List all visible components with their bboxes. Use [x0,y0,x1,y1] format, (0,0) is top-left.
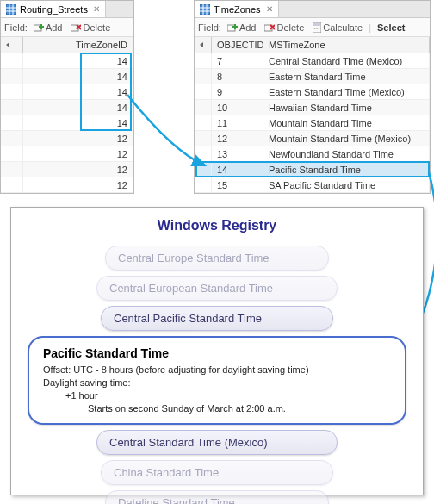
table-row[interactable]: 14 [1,115,133,131]
delete-icon [71,22,81,33]
cell-timezoneid: 12 [23,131,133,146]
registry-entry: Central Standard Time (Mexico) [96,430,338,455]
cell-objectid: 10 [212,100,264,115]
table-row[interactable]: 7Central Standard Time (Mexico) [195,53,430,69]
add-label: Add [239,22,257,33]
delete-icon [264,22,275,33]
cell-mstimezone: Mountain Standard Time [264,115,430,130]
column-objectid[interactable]: OBJECTID [212,37,264,53]
cell-timezoneid: 14 [23,69,133,84]
table-icon [200,4,210,15]
cell-mstimezone: Pacific Standard Time [264,162,430,177]
svg-rect-11 [200,4,210,15]
row-handle[interactable] [195,84,212,99]
tab-timezones[interactable]: TimeZones ✕ [195,1,279,17]
table-row[interactable]: 15SA Pacific Standard Time [195,177,430,193]
tz-dst-start: Starts on second Sunday of March at 2:00… [43,402,391,415]
registry-entry: Central Pacific Standard Time [101,306,333,331]
row-handle[interactable] [195,146,212,161]
expand-column[interactable] [195,37,212,53]
tz-dst-offset: +1 hour [43,389,391,402]
row-handle[interactable] [1,84,23,99]
row-handle[interactable] [195,115,212,130]
row-handle[interactable] [195,100,212,115]
tab-label: TimeZones [214,4,261,15]
windows-registry-panel: Windows Registry Central Europe Standard… [10,207,424,495]
delete-button[interactable]: Delete [262,22,307,34]
registry-entry: China Standard Time [101,460,333,485]
table-row[interactable]: 14 [1,84,133,100]
chevron-left-icon [200,42,203,47]
cell-objectid: 8 [212,69,264,84]
row-handle[interactable] [195,69,212,84]
add-icon [34,22,44,33]
tz-name: Pacific Standard Time [43,346,391,360]
column-header-row: TimeZoneID [1,37,133,53]
svg-point-24 [314,28,316,29]
field-label: Field: [198,22,221,33]
cell-timezoneid: 12 [23,146,133,161]
table-row[interactable]: 12 [1,177,133,193]
svg-rect-23 [313,23,320,26]
delete-label: Delete [83,22,110,33]
add-label: Add [46,22,63,33]
row-handle[interactable] [195,131,212,146]
row-handle[interactable] [1,69,23,84]
cell-objectid: 9 [212,84,264,99]
row-handle[interactable] [195,177,212,192]
table-row[interactable]: 14 [1,69,133,84]
cell-timezoneid: 14 [23,53,133,68]
row-handle[interactable] [1,131,23,146]
column-header-row: OBJECTID MSTimeZone [195,37,430,53]
table-row[interactable]: 10Hawaiian Standard Time [195,100,430,115]
row-handle[interactable] [195,53,212,68]
registry-entry: Central Europe Standard Time [105,246,329,271]
close-icon[interactable]: ✕ [93,4,100,14]
cell-mstimezone: Eastern Standard Time (Mexico) [264,84,430,99]
expand-column[interactable] [1,37,23,53]
calculate-button[interactable]: Calculate [310,22,365,34]
select-label: Select [377,22,405,33]
registry-entry: Dateline Standard Time [105,490,329,504]
close-icon[interactable]: ✕ [266,4,273,14]
row-handle[interactable] [1,53,23,68]
routing-streets-table: Routing_Streets ✕ Field: Add Delete Time… [0,0,134,194]
cell-mstimezone: Mountain Standard Time (Mexico) [264,131,430,146]
row-handle[interactable] [1,115,23,130]
registry-entry-expanded: Pacific Standard Time Offset: UTC - 8 ho… [28,336,406,425]
toolbar: Field: Add Delete Calculate | Select [195,18,430,37]
svg-point-26 [319,28,320,29]
cell-timezoneid: 14 [23,84,133,99]
table-row[interactable]: 14 [1,100,133,115]
column-mstimezone[interactable]: MSTimeZone [264,37,430,53]
table-row[interactable]: 12 [1,146,133,162]
table-row[interactable]: 9Eastern Standard Time (Mexico) [195,84,430,100]
add-button[interactable]: Add [31,22,65,34]
tab-bar: Routing_Streets ✕ [1,1,133,18]
table-row[interactable]: 12 [1,162,133,177]
cell-mstimezone: Hawaiian Standard Time [264,100,430,115]
cell-mstimezone: Central Standard Time (Mexico) [264,53,430,68]
tab-routing-streets[interactable]: Routing_Streets ✕ [1,1,106,17]
table-row[interactable]: 13Newfoundland Standard Time [195,146,430,162]
table-row[interactable]: 11Mountain Standard Time [195,115,430,131]
delete-button[interactable]: Delete [68,22,113,34]
table-row[interactable]: 8Eastern Standard Time [195,69,430,84]
svg-point-25 [316,28,318,29]
row-handle[interactable] [1,162,23,177]
tz-dst-label: Daylight saving time: [43,376,391,389]
cell-mstimezone: Eastern Standard Time [264,69,430,84]
row-handle[interactable] [1,177,23,192]
select-button[interactable]: Select [375,22,407,34]
table-row[interactable]: 12 [1,131,133,146]
row-handle[interactable] [195,162,212,177]
add-button[interactable]: Add [225,22,259,34]
row-handle[interactable] [1,100,23,115]
cell-objectid: 11 [212,115,264,130]
table-row[interactable]: 12Mountain Standard Time (Mexico) [195,131,430,146]
table-row[interactable]: 14Pacific Standard Time [195,162,430,177]
table-row[interactable]: 14 [1,53,133,69]
column-timezoneid[interactable]: TimeZoneID [23,37,133,53]
cell-objectid: 15 [212,177,264,192]
row-handle[interactable] [1,146,23,161]
